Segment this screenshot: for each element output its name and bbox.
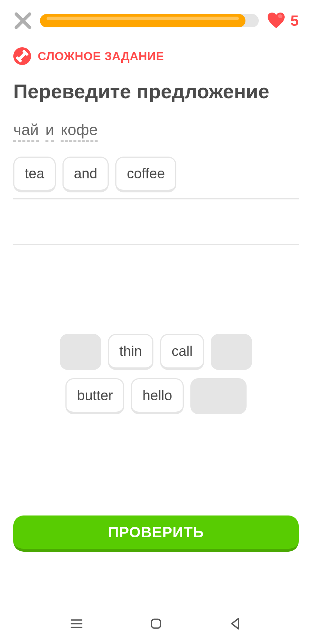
menu-icon <box>68 616 85 632</box>
close-icon <box>13 11 33 30</box>
back-button[interactable] <box>227 616 244 632</box>
empty-slot <box>60 334 101 370</box>
challenge-label: СЛОЖНОЕ ЗАДАНИЕ <box>38 49 164 63</box>
task-title: Переведите предложение <box>0 80 312 103</box>
check-button[interactable]: ПРОВЕРИТЬ <box>13 515 299 552</box>
hearts-container[interactable]: 5 <box>266 12 299 30</box>
bank-chip[interactable]: thin <box>108 334 153 370</box>
recents-button[interactable] <box>68 616 85 632</box>
sentence-word[interactable]: чай <box>13 121 39 142</box>
answer-row[interactable] <box>13 199 299 245</box>
empty-slot <box>211 334 252 370</box>
home-button[interactable] <box>148 616 164 632</box>
close-button[interactable] <box>13 11 33 30</box>
source-sentence: чай и кофе <box>0 121 312 142</box>
sentence-word[interactable]: и <box>45 121 54 142</box>
answer-row[interactable]: tea and coffee <box>13 157 299 199</box>
answer-chip[interactable]: coffee <box>115 157 176 192</box>
hearts-count: 5 <box>291 13 299 29</box>
dumbbell-icon <box>13 47 31 65</box>
square-icon <box>148 616 164 632</box>
challenge-badge: СЛОЖНОЕ ЗАДАНИЕ <box>0 47 312 65</box>
word-bank: thin call butter hello <box>0 334 312 414</box>
sentence-word[interactable]: кофе <box>61 121 98 142</box>
header: 5 <box>0 0 312 41</box>
svg-rect-9 <box>152 619 160 628</box>
answer-chip[interactable]: tea <box>13 157 56 192</box>
heart-icon <box>266 12 286 30</box>
progress-bar <box>40 14 259 27</box>
svg-point-2 <box>278 14 282 18</box>
progress-fill <box>40 14 245 27</box>
bank-row: thin call <box>13 334 299 370</box>
answer-area: tea and coffee <box>0 157 312 245</box>
bank-chip[interactable]: call <box>160 334 204 370</box>
system-nav-bar <box>0 603 312 644</box>
bank-row: butter hello <box>13 378 299 414</box>
empty-slot <box>190 378 247 414</box>
answer-chip[interactable]: and <box>62 157 109 192</box>
bank-chip[interactable]: hello <box>131 378 183 414</box>
back-icon <box>227 616 244 632</box>
bank-chip[interactable]: butter <box>65 378 124 414</box>
